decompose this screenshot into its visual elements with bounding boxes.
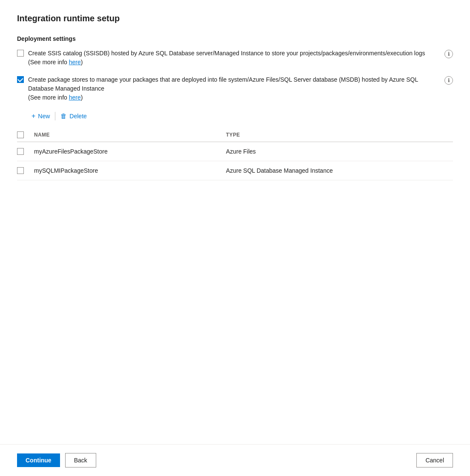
col-header-name: NAME bbox=[29, 128, 221, 142]
delete-button-label: Delete bbox=[69, 113, 86, 120]
row-1-name: mySQLMIPackageStore bbox=[29, 161, 221, 180]
checkbox-2[interactable] bbox=[17, 76, 24, 83]
new-button[interactable]: + New bbox=[28, 111, 53, 121]
checkbox-2-see-more-prefix: (See more info bbox=[28, 94, 69, 101]
dialog-content: Integration runtime setup Deployment set… bbox=[0, 0, 470, 444]
table-row: mySQLMIPackageStoreAzure SQL Database Ma… bbox=[17, 161, 453, 180]
row-0-checkbox[interactable] bbox=[17, 148, 24, 155]
table-toolbar: + New 🗑 Delete bbox=[28, 111, 453, 121]
dialog-container: Integration runtime setup Deployment set… bbox=[0, 0, 470, 476]
col-header-checkbox bbox=[17, 128, 29, 142]
plus-icon: + bbox=[32, 113, 35, 120]
checkbox-row-2: Create package stores to manage your pac… bbox=[17, 75, 453, 102]
checkbox-1-see-more-suffix: ) bbox=[81, 59, 83, 66]
info-icon-1[interactable]: ℹ bbox=[444, 50, 453, 58]
checkbox-2-label: Create package stores to manage your pac… bbox=[28, 76, 418, 92]
checkbox-2-see-more-suffix: ) bbox=[81, 94, 83, 101]
checkbox-wrapper-1: Create SSIS catalog (SSISDB) hosted by A… bbox=[17, 49, 439, 67]
row-0-checkbox-cell bbox=[17, 142, 29, 161]
checkbox-1[interactable] bbox=[17, 50, 24, 57]
checkbox-2-link[interactable]: here bbox=[69, 94, 81, 101]
col-header-type: TYPE bbox=[221, 128, 453, 142]
row-1-checkbox[interactable] bbox=[17, 167, 24, 174]
dialog-footer: Continue Back Cancel bbox=[0, 444, 470, 476]
row-0-type: Azure Files bbox=[221, 142, 453, 161]
continue-button[interactable]: Continue bbox=[17, 453, 60, 467]
row-1-type: Azure SQL Database Managed Instance bbox=[221, 161, 453, 180]
checkbox-1-label: Create SSIS catalog (SSISDB) hosted by A… bbox=[28, 50, 425, 57]
checkbox-row-1: Create SSIS catalog (SSISDB) hosted by A… bbox=[17, 49, 453, 67]
table-header-row: NAME TYPE bbox=[17, 128, 453, 142]
checkbox-1-link[interactable]: here bbox=[69, 59, 81, 66]
back-button[interactable]: Back bbox=[65, 453, 96, 467]
checkbox-wrapper-2: Create package stores to manage your pac… bbox=[17, 75, 439, 102]
package-stores-table-container: NAME TYPE myAzureFilesPackageStoreAzure … bbox=[17, 128, 453, 180]
new-button-label: New bbox=[38, 113, 50, 120]
page-title: Integration runtime setup bbox=[17, 14, 453, 23]
checkbox-2-text: Create package stores to manage your pac… bbox=[28, 75, 439, 102]
table-body: myAzureFilesPackageStoreAzure FilesmySQL… bbox=[17, 142, 453, 180]
checkbox-1-text: Create SSIS catalog (SSISDB) hosted by A… bbox=[28, 49, 439, 67]
select-all-checkbox[interactable] bbox=[17, 131, 24, 138]
section-title: Deployment settings bbox=[17, 35, 453, 42]
row-1-checkbox-cell bbox=[17, 161, 29, 180]
checkbox-1-see-more-prefix: (See more info bbox=[28, 59, 69, 66]
table-row: myAzureFilesPackageStoreAzure Files bbox=[17, 142, 453, 161]
trash-icon: 🗑 bbox=[60, 112, 67, 120]
cancel-button[interactable]: Cancel bbox=[416, 453, 453, 467]
row-0-name: myAzureFilesPackageStore bbox=[29, 142, 221, 161]
delete-button[interactable]: 🗑 Delete bbox=[57, 111, 90, 121]
package-stores-table: NAME TYPE myAzureFilesPackageStoreAzure … bbox=[17, 128, 453, 180]
info-icon-2[interactable]: ℹ bbox=[444, 76, 453, 85]
deployment-settings-section: Deployment settings Create SSIS catalog … bbox=[17, 35, 453, 180]
toolbar-divider bbox=[55, 112, 55, 120]
